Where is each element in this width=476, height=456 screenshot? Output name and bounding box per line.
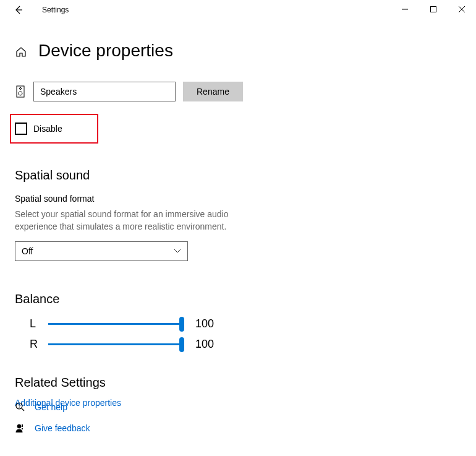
spatial-format-label: Spatial sound format: [15, 194, 461, 204]
slider-track: [48, 323, 184, 325]
chevron-down-icon: [174, 249, 181, 254]
balance-right-label: R: [30, 338, 48, 351]
speaker-icon: [15, 85, 26, 98]
slider-thumb[interactable]: [179, 317, 184, 332]
rename-button[interactable]: Rename: [183, 82, 243, 101]
dropdown-selected: Off: [22, 246, 33, 256]
balance-left-label: L: [30, 317, 48, 330]
home-icon[interactable]: [15, 46, 27, 58]
get-help-link[interactable]: Get help: [35, 402, 67, 412]
svg-point-9: [17, 424, 21, 428]
device-name-input[interactable]: [33, 82, 176, 101]
back-button[interactable]: [11, 2, 26, 17]
svg-rect-1: [431, 7, 436, 12]
svg-point-8: [19, 407, 20, 408]
maximize-button[interactable]: [419, 0, 448, 19]
give-feedback-link[interactable]: Give feedback: [35, 423, 90, 433]
svg-point-6: [19, 92, 22, 95]
maximize-icon: [430, 6, 436, 12]
balance-left-slider[interactable]: [48, 318, 184, 330]
minimize-icon: [402, 6, 408, 12]
minimize-button[interactable]: [391, 0, 419, 19]
balance-right-slider[interactable]: [48, 338, 184, 351]
close-button[interactable]: [448, 0, 476, 19]
balance-heading: Balance: [15, 292, 461, 306]
svg-point-5: [20, 88, 22, 90]
disable-label: Disable: [33, 124, 62, 134]
slider-thumb[interactable]: [179, 337, 184, 352]
spatial-format-dropdown[interactable]: Off: [15, 241, 188, 261]
spatial-description: Select your spatial sound format for an …: [15, 209, 262, 233]
window-title: Settings: [42, 6, 69, 14]
disable-checkbox-highlight: Disable: [10, 114, 98, 144]
svg-point-7: [16, 403, 22, 409]
balance-right-value: 100: [195, 338, 214, 351]
close-icon: [459, 6, 465, 12]
back-arrow-icon: [14, 5, 23, 15]
feedback-icon: [15, 423, 26, 434]
related-heading: Related Settings: [15, 376, 461, 390]
spatial-sound-heading: Spatial sound: [15, 168, 461, 183]
page-title: Device properties: [38, 41, 173, 61]
slider-track: [48, 343, 184, 345]
balance-left-value: 100: [195, 317, 214, 330]
help-icon: [15, 402, 26, 413]
disable-checkbox[interactable]: [15, 123, 27, 135]
